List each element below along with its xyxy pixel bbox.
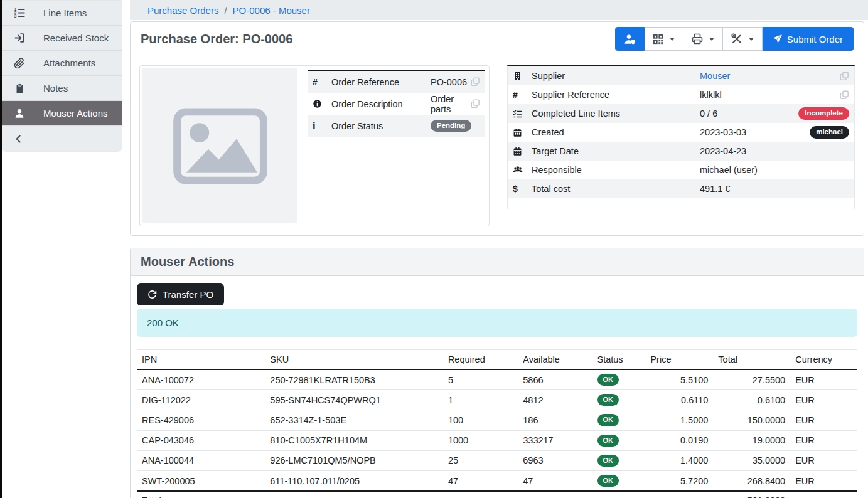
- sidebar-item-line-items[interactable]: Line Items: [2, 0, 122, 25]
- order-details-table: # Order Reference PO-0006 Order Descript…: [308, 70, 485, 137]
- ok-badge: OK: [597, 414, 619, 426]
- qr-code-icon: [653, 34, 663, 45]
- print-actions-button[interactable]: [683, 27, 723, 51]
- user-shield-icon: [624, 33, 636, 45]
- detail-value: 0 / 6: [700, 109, 798, 119]
- purchase-order-panel: Purchase Order: PO-0006: [130, 21, 864, 236]
- chevron-left-icon: [13, 134, 24, 144]
- sidebar-item-label: Line Items: [43, 8, 87, 18]
- tasks-icon: [513, 109, 532, 119]
- table-row[interactable]: CAP-043046 810-C1005X7R1H104M 1000 33321…: [137, 430, 857, 450]
- supplier-detail-row: # Supplier Reference lklklkl: [508, 85, 854, 104]
- incomplete-badge: Incomplete: [798, 107, 849, 120]
- table-row[interactable]: DIG-112022 595-SN74HCS74QPWRQ1 1 4812 OK…: [137, 390, 857, 410]
- cell-available: 5866: [518, 369, 592, 390]
- detail-label: Supplier Reference: [532, 90, 700, 100]
- cell-sku: 810-C1005X7R1H104M: [265, 430, 443, 450]
- caret-down-icon: [709, 38, 714, 41]
- ok-badge: OK: [597, 394, 619, 406]
- clipboard-icon: [13, 82, 26, 95]
- cell-currency: EUR: [790, 410, 857, 430]
- dollar-icon: $: [513, 184, 532, 194]
- order-details-section: # Order Reference PO-0006 Order Descript…: [131, 56, 864, 235]
- cell-price: 1.5000: [645, 410, 713, 430]
- barcode-actions-button[interactable]: [645, 27, 683, 51]
- cell-required: 1000: [443, 430, 518, 450]
- sidebar-collapse-button[interactable]: [2, 125, 122, 151]
- copy-icon[interactable]: [840, 72, 849, 81]
- page-title: Purchase Order: PO-0006: [141, 32, 292, 46]
- table-header-row: IPN SKU Required Available Status Price …: [137, 350, 857, 370]
- col-header-required: Required: [443, 350, 518, 370]
- footer-total-label: Total: [137, 491, 713, 498]
- cell-currency: EUR: [790, 470, 857, 491]
- empty-row: [508, 198, 854, 209]
- copy-icon[interactable]: [471, 77, 480, 87]
- supplier-detail-row: Created 2023-03-03 michael: [508, 123, 854, 142]
- detail-label: Responsible: [532, 165, 700, 175]
- table-row[interactable]: ANA-100044 926-LMC7101QM5/NOPB 25 6963 O…: [137, 450, 857, 470]
- cell-ipn: ANA-100072: [137, 369, 265, 390]
- sidebar-item-attachments[interactable]: Attachments: [2, 50, 122, 75]
- col-header-ipn: IPN: [137, 350, 265, 370]
- part-image-placeholder[interactable]: [142, 68, 297, 223]
- cell-sku: 250-72981KLRATR150B3: [265, 369, 443, 390]
- cell-currency: EUR: [790, 430, 857, 450]
- supplier-detail-row: Supplier Mouser: [508, 66, 854, 85]
- cell-available: 4812: [518, 390, 592, 410]
- breadcrumb-link-purchase-orders[interactable]: Purchase Orders: [147, 5, 218, 16]
- sidebar: Line Items Received Stock Attachments No…: [2, 0, 122, 151]
- cell-currency: EUR: [790, 450, 857, 470]
- order-actions-button[interactable]: [723, 27, 763, 51]
- sidebar-item-mouser-actions[interactable]: Mouser Actions: [2, 100, 122, 125]
- detail-label: Order Description: [331, 99, 431, 109]
- cell-available: 186: [518, 410, 592, 430]
- sidebar-item-notes[interactable]: Notes: [2, 75, 122, 100]
- cell-status: OK: [592, 450, 646, 470]
- sign-in-icon: [13, 32, 26, 45]
- sidebar-item-received-stock[interactable]: Received Stock: [2, 25, 122, 50]
- table-row[interactable]: SWT-200005 611-110.107.011/0205 47 47 OK…: [137, 470, 857, 491]
- copy-icon[interactable]: [471, 99, 480, 109]
- cell-sku: 611-110.107.011/0205: [265, 470, 443, 491]
- breadcrumb: Purchase Orders / PO-0006 - Mouser: [130, 0, 868, 20]
- supplier-link[interactable]: Mouser: [700, 71, 730, 81]
- detail-label: Completed Line Items: [532, 109, 700, 119]
- cell-sku: 595-SN74HCS74QPWRQ1: [265, 390, 443, 410]
- status-badge: Pending: [431, 120, 471, 132]
- cell-total: 0.6100: [713, 390, 790, 410]
- detail-label: Supplier: [532, 71, 700, 81]
- admin-button[interactable]: [615, 27, 645, 51]
- main-content: Purchase Orders / PO-0006 - Mouser Purch…: [130, 0, 868, 498]
- order-detail-row: # Order Reference PO-0006: [308, 71, 485, 93]
- copy-icon[interactable]: [840, 90, 849, 100]
- breadcrumb-link-current-order[interactable]: PO-0006 - Mouser: [233, 5, 310, 16]
- supplier-details-card: Supplier Mouser # Supplier Reference lkl…: [507, 65, 855, 226]
- list-ol-icon: [13, 7, 26, 19]
- ok-badge: OK: [597, 475, 619, 487]
- supplier-detail-row: Completed Line Items 0 / 6 Incomplete: [508, 104, 854, 123]
- transfer-po-button[interactable]: Transfer PO: [137, 283, 224, 305]
- image-placeholder-icon: [173, 107, 268, 185]
- info-circle-icon: [313, 99, 331, 109]
- cell-status: OK: [592, 390, 646, 410]
- col-header-sku: SKU: [265, 350, 443, 370]
- table-row[interactable]: ANA-100072 250-72981KLRATR150B3 5 5866 O…: [137, 369, 857, 390]
- sidebar-item-label: Mouser Actions: [43, 108, 108, 119]
- tools-icon: [731, 33, 742, 45]
- calendar-icon: [513, 147, 532, 156]
- cell-available: 333217: [518, 430, 592, 450]
- detail-value: 2023-03-03: [700, 127, 810, 137]
- users-icon: [513, 165, 532, 175]
- submit-order-button[interactable]: Submit Order: [763, 27, 854, 51]
- purchase-order-panel-header: Purchase Order: PO-0006: [131, 22, 864, 56]
- detail-label: Total cost: [532, 184, 700, 194]
- table-row[interactable]: RES-429006 652-3314Z-1-503E 100 186 OK 1…: [137, 410, 857, 430]
- detail-value: Pending: [431, 120, 480, 132]
- cell-available: 6963: [518, 450, 592, 470]
- detail-value: Mouser: [700, 71, 840, 81]
- col-header-currency: Currency: [790, 350, 857, 370]
- col-header-total: Total: [713, 350, 790, 370]
- order-toolbar: Submit Order: [615, 27, 854, 51]
- cell-sku: 926-LMC7101QM5/NOPB: [265, 450, 443, 470]
